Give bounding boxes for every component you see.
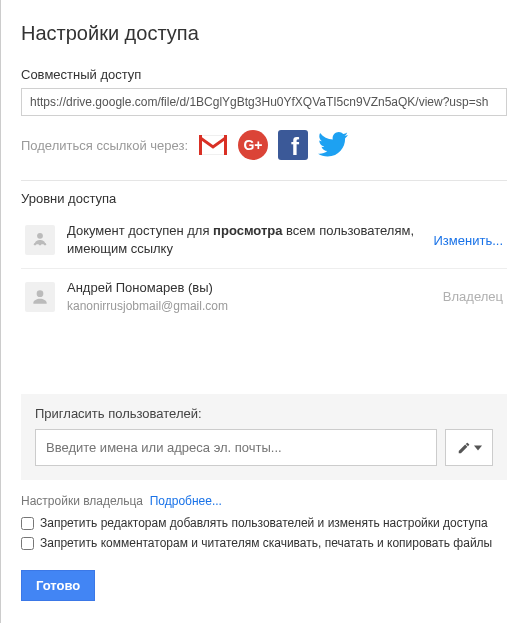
owner-email: kanonirrusjobmail@gmail.com [67, 298, 431, 315]
svg-text:G+: G+ [243, 137, 262, 153]
svg-point-8 [34, 243, 36, 245]
access-list: Документ доступен для просмотра всем пол… [21, 212, 507, 324]
share-via-label: Поделиться ссылкой через: [21, 138, 188, 153]
svg-point-7 [37, 233, 43, 239]
restrict-editors-label: Запретить редакторам добавлять пользоват… [40, 516, 488, 532]
owner-settings-more-link[interactable]: Подробнее... [150, 494, 222, 508]
change-access-link[interactable]: Изменить... [434, 233, 503, 248]
svg-rect-2 [224, 135, 227, 155]
restrict-editors-row[interactable]: Запретить редакторам добавлять пользоват… [21, 516, 507, 532]
done-button[interactable]: Готово [21, 570, 95, 601]
chevron-down-icon [474, 444, 482, 452]
access-text: Документ доступен для просмотра всем пол… [67, 222, 422, 258]
facebook-icon[interactable]: f [278, 130, 308, 160]
svg-point-9 [39, 243, 41, 245]
restrict-download-label: Запретить комментаторам и читателям скач… [40, 536, 492, 552]
pencil-icon [457, 441, 471, 455]
invite-input[interactable] [35, 429, 437, 466]
link-access-icon [25, 225, 55, 255]
svg-point-11 [37, 290, 44, 297]
share-url-input[interactable] [21, 88, 507, 116]
user-avatar-icon [25, 282, 55, 312]
restrict-download-checkbox[interactable] [21, 537, 34, 550]
google-plus-icon[interactable]: G+ [238, 130, 268, 160]
svg-text:f: f [291, 133, 300, 160]
owner-name: Андрей Пономарев (вы) [67, 279, 431, 297]
share-dialog: Настройки доступа Совместный доступ Поде… [1, 0, 527, 621]
owner-settings-label: Настройки владельца [21, 494, 143, 508]
access-row-anyone: Документ доступен для просмотра всем пол… [21, 212, 507, 269]
invite-permission-dropdown[interactable] [445, 429, 493, 466]
dialog-title: Настройки доступа [21, 22, 507, 45]
restrict-editors-checkbox[interactable] [21, 517, 34, 530]
invite-title: Пригласить пользователей: [35, 406, 493, 421]
gmail-icon[interactable] [198, 130, 228, 160]
access-row-owner: Андрей Пономарев (вы) kanonirrusjobmail@… [21, 269, 507, 324]
svg-point-10 [44, 243, 46, 245]
invite-block: Пригласить пользователей: [21, 394, 507, 480]
svg-rect-1 [199, 135, 202, 155]
owner-role: Владелец [443, 289, 503, 304]
owner-settings-row: Настройки владельца Подробнее... [21, 494, 507, 508]
twitter-icon[interactable] [318, 130, 348, 160]
share-via-row: Поделиться ссылкой через: G+ f [21, 130, 507, 160]
access-levels-label: Уровни доступа [21, 191, 507, 206]
access-prefix: Документ доступен для [67, 223, 213, 238]
restrict-download-row[interactable]: Запретить комментаторам и читателям скач… [21, 536, 507, 552]
owner-text: Андрей Пономарев (вы) kanonirrusjobmail@… [67, 279, 431, 314]
access-mode: просмотра [213, 223, 282, 238]
shared-link-label: Совместный доступ [21, 67, 507, 82]
divider [21, 180, 507, 181]
svg-rect-0 [199, 135, 227, 155]
